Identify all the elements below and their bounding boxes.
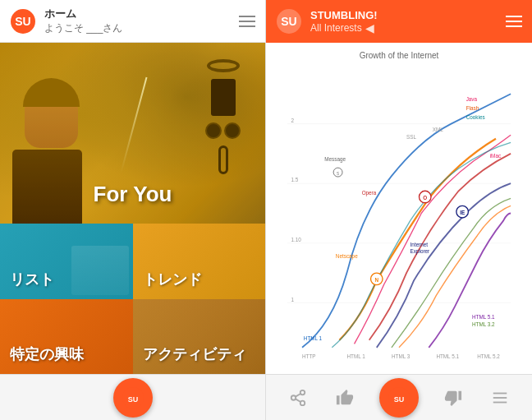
svg-text:XML: XML bbox=[433, 127, 444, 132]
svg-text:iMac: iMac bbox=[490, 153, 501, 159]
svg-text:HTML 3: HTML 3 bbox=[392, 353, 410, 359]
svg-text:SU: SU bbox=[394, 395, 405, 404]
svg-line-44 bbox=[296, 399, 300, 402]
right-hamburger-icon[interactable] bbox=[506, 16, 522, 27]
right-panel: SU STUMBLING! All Interests ◀ Growth of … bbox=[266, 0, 532, 420]
svg-text:O: O bbox=[423, 195, 427, 201]
svg-rect-50 bbox=[493, 401, 507, 403]
svg-text:Cookies: Cookies bbox=[466, 114, 485, 120]
svg-text:N: N bbox=[374, 277, 378, 283]
filter-arrow[interactable]: ◀ bbox=[365, 21, 374, 35]
svg-text:IE: IE bbox=[460, 210, 465, 215]
svg-text:1.10: 1.10 bbox=[291, 237, 301, 242]
right-header-subtitle: All Interests bbox=[310, 22, 362, 34]
svg-text:SU: SU bbox=[127, 395, 138, 404]
svg-text:Explorer: Explorer bbox=[410, 248, 430, 255]
svg-text:Opera: Opera bbox=[362, 190, 377, 196]
left-logo: SU bbox=[10, 8, 36, 35]
left-hamburger-icon[interactable] bbox=[239, 16, 255, 27]
svg-rect-48 bbox=[493, 392, 507, 394]
activity-button[interactable]: アクティビティ bbox=[133, 299, 266, 375]
svg-point-43 bbox=[300, 400, 305, 405]
svg-text:S: S bbox=[337, 172, 339, 176]
list-button[interactable]: リスト bbox=[0, 224, 133, 299]
interest-button[interactable]: 特定の興味 bbox=[0, 299, 133, 375]
trend-button[interactable]: トレンド bbox=[133, 224, 266, 299]
chart-title: Growth of the Internet bbox=[274, 51, 524, 60]
svg-text:HTML 5.1: HTML 5.1 bbox=[436, 353, 459, 359]
svg-point-42 bbox=[291, 395, 296, 400]
svg-text:HTML 5.2: HTML 5.2 bbox=[477, 353, 500, 359]
activity-label: アクティビティ bbox=[143, 344, 246, 364]
like-button[interactable] bbox=[332, 385, 358, 411]
right-logo: SU bbox=[276, 8, 302, 35]
svg-text:HTML 1: HTML 1 bbox=[304, 335, 323, 341]
svg-text:HTML 3.2: HTML 3.2 bbox=[472, 321, 495, 327]
svg-text:SU: SU bbox=[281, 15, 296, 28]
left-stumble-button[interactable]: SU bbox=[113, 378, 153, 418]
right-header-text: STUMBLING! All Interests ◀ bbox=[302, 9, 506, 35]
svg-text:Message: Message bbox=[324, 156, 346, 163]
chart-area: Growth of the Internet 2 1.5 1.10 1 HTTP… bbox=[266, 43, 532, 374]
hero-label: For You bbox=[0, 182, 265, 207]
svg-text:1: 1 bbox=[291, 297, 294, 302]
more-button[interactable] bbox=[487, 385, 513, 411]
right-header-title: STUMBLING! bbox=[310, 9, 506, 21]
left-panel: SU ホーム ようこそ ___さん bbox=[0, 0, 266, 420]
svg-text:Netscape: Netscape bbox=[336, 253, 358, 260]
svg-rect-49 bbox=[493, 397, 507, 399]
left-header-title: ホーム bbox=[44, 7, 239, 21]
dislike-button[interactable] bbox=[440, 385, 466, 411]
svg-point-41 bbox=[300, 390, 305, 395]
trend-label: トレンド bbox=[143, 270, 202, 289]
right-bottom-bar: SU bbox=[266, 374, 532, 420]
right-stumble-button[interactable]: SU bbox=[379, 378, 419, 418]
list-bg-img bbox=[71, 246, 129, 295]
grid-buttons: リスト トレンド 特定の興味 アクティビティ bbox=[0, 224, 265, 374]
interest-label: 特定の興味 bbox=[10, 344, 84, 364]
left-header-text: ホーム ようこそ ___さん bbox=[36, 7, 239, 35]
left-header-subtitle: ようこそ ___さん bbox=[44, 21, 239, 35]
svg-text:HTML 1: HTML 1 bbox=[346, 353, 365, 359]
hero-section[interactable]: For You bbox=[0, 43, 265, 224]
svg-text:SSL: SSL bbox=[406, 134, 416, 140]
svg-text:HTTP: HTTP bbox=[302, 353, 316, 359]
svg-text:Flash: Flash bbox=[466, 105, 479, 111]
svg-text:SU: SU bbox=[15, 15, 30, 28]
svg-text:2: 2 bbox=[291, 118, 294, 123]
right-header: SU STUMBLING! All Interests ◀ bbox=[266, 0, 532, 43]
chart-svg-container: 2 1.5 1.10 1 HTTP HTML 1 HTML 3 HTML 5.1… bbox=[274, 64, 524, 362]
left-header: SU ホーム ようこそ ___さん bbox=[0, 0, 265, 43]
svg-text:HTML 5.1: HTML 5.1 bbox=[472, 314, 495, 320]
list-label: リスト bbox=[10, 270, 54, 289]
share-button[interactable] bbox=[285, 385, 311, 411]
left-bottom-bar: SU bbox=[0, 374, 265, 420]
svg-text:1.5: 1.5 bbox=[291, 177, 298, 182]
svg-text:Java: Java bbox=[466, 96, 478, 102]
right-content: Growth of the Internet 2 1.5 1.10 1 HTTP… bbox=[266, 43, 532, 374]
svg-line-45 bbox=[296, 393, 300, 396]
svg-text:Internet: Internet bbox=[410, 242, 429, 247]
